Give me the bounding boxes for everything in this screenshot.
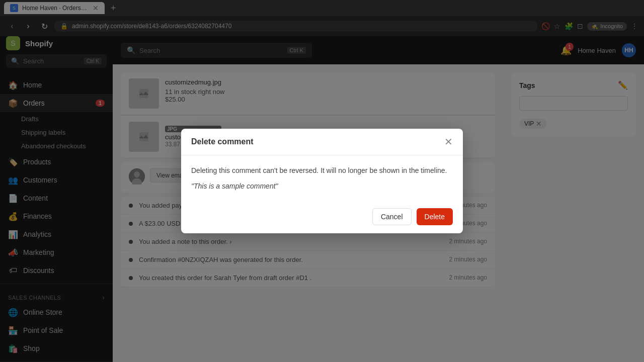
delete-comment-modal: Delete comment ✕ Deleting this comment c… <box>181 129 463 233</box>
modal-title: Delete comment <box>191 137 254 146</box>
modal-description: Deleting this comment can't be reversed.… <box>191 165 453 176</box>
modal-delete-button[interactable]: Delete <box>417 208 453 225</box>
modal-footer: Cancel Delete <box>181 200 463 233</box>
modal-cancel-button[interactable]: Cancel <box>372 208 412 225</box>
modal-overlay: Delete comment ✕ Deleting this comment c… <box>0 0 644 362</box>
modal-comment-preview: "This is a sample comment" <box>191 182 453 190</box>
modal-close-button[interactable]: ✕ <box>444 137 453 147</box>
modal-body: Deleting this comment can't be reversed.… <box>181 155 463 200</box>
modal-header: Delete comment ✕ <box>181 129 463 155</box>
